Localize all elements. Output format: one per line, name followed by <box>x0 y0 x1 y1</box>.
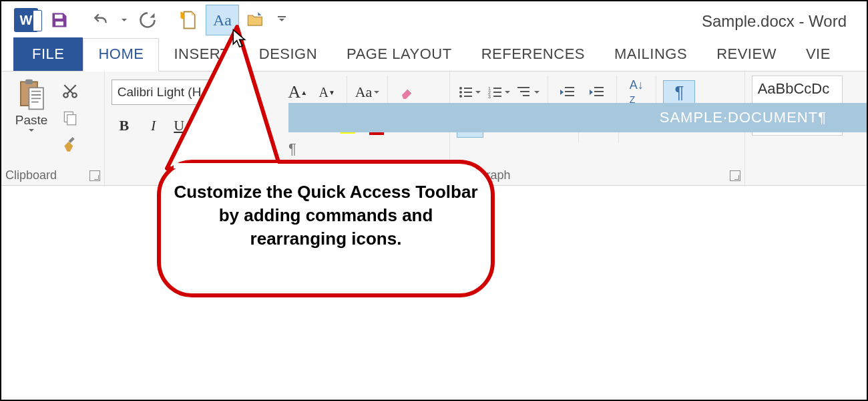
change-case-qat-button[interactable]: Aa <box>206 5 239 35</box>
svg-point-9 <box>459 87 462 90</box>
word-app-icon[interactable] <box>9 5 43 35</box>
paragraph-dialog-launcher[interactable] <box>730 170 740 181</box>
sort-icon: A↓Z <box>630 78 644 106</box>
svg-rect-7 <box>67 115 76 125</box>
window-title: Sample.docx - Word <box>702 12 847 31</box>
text-cursor <box>286 182 287 210</box>
svg-point-11 <box>459 91 462 94</box>
strikethrough-button[interactable]: abc <box>200 114 225 137</box>
increase-indent-icon <box>589 86 605 99</box>
chevron-down-icon <box>122 19 127 24</box>
repeat-button[interactable] <box>131 5 164 35</box>
multilevel-list-button[interactable] <box>515 81 541 104</box>
sort-button[interactable]: A↓Z <box>624 81 649 104</box>
italic-button[interactable]: I <box>141 114 166 137</box>
tab-page-layout[interactable]: PAGE LAYOUT <box>332 39 467 71</box>
save-button[interactable] <box>43 5 76 35</box>
new-doc-icon <box>179 10 199 30</box>
tab-file[interactable]: FILE <box>13 37 83 71</box>
number-list-icon: 123 <box>488 86 503 99</box>
svg-rect-16 <box>493 88 501 89</box>
style-sample: AaBbCcDc <box>758 80 837 98</box>
cut-button[interactable] <box>57 80 83 102</box>
svg-rect-26 <box>565 95 574 96</box>
word-window: Aa Sample.docx - Word FILE HOME INSERT D… <box>0 0 868 401</box>
svg-rect-23 <box>523 95 529 96</box>
decrease-indent-button[interactable] <box>555 81 580 104</box>
svg-rect-2 <box>25 80 33 84</box>
subscript-button[interactable]: x2 <box>229 114 254 137</box>
paste-button[interactable]: Paste <box>8 76 55 156</box>
eraser-icon <box>398 84 417 100</box>
paragraph-group-label: Paragraph <box>450 168 744 182</box>
font-name-combo[interactable]: Calibri Light (H <box>112 80 237 105</box>
show-hide-pilcrow-button[interactable]: ¶ <box>663 80 695 104</box>
svg-rect-28 <box>594 91 604 92</box>
undo-dropdown[interactable] <box>118 5 131 35</box>
svg-rect-10 <box>464 88 472 89</box>
format-painter-button[interactable] <box>57 133 83 156</box>
tab-home[interactable]: HOME <box>83 38 159 72</box>
grow-font-button[interactable]: A▲ <box>285 81 310 104</box>
clipboard-dialog-launcher[interactable] <box>89 170 100 181</box>
decrease-indent-icon <box>560 86 576 99</box>
bold-button[interactable]: B <box>112 114 137 137</box>
svg-rect-24 <box>565 87 574 88</box>
pilcrow-icon: ¶ <box>674 82 684 103</box>
heading-bullet-mark <box>277 192 281 196</box>
customize-qat-dropdown[interactable] <box>272 5 291 35</box>
change-case-icon: Aa <box>213 11 232 29</box>
paragraph-mark: ¶ <box>288 140 296 158</box>
svg-rect-20 <box>493 96 501 97</box>
svg-rect-18 <box>493 92 501 93</box>
change-case-button[interactable]: Aa <box>354 81 381 104</box>
undo-button[interactable] <box>84 5 118 35</box>
open-button[interactable] <box>239 5 272 35</box>
svg-rect-14 <box>464 96 472 97</box>
group-clipboard: Paste Clipboard <box>1 72 105 185</box>
numbering-button[interactable]: 123 <box>486 81 511 104</box>
svg-rect-12 <box>464 92 472 93</box>
svg-rect-29 <box>594 95 604 96</box>
svg-rect-22 <box>520 91 529 92</box>
svg-rect-21 <box>517 87 529 88</box>
underline-button[interactable]: U <box>170 114 196 137</box>
svg-point-13 <box>459 95 462 98</box>
svg-rect-25 <box>565 91 574 92</box>
customize-icon <box>278 16 286 24</box>
tab-view[interactable]: VIE <box>791 39 845 71</box>
svg-rect-8 <box>69 137 75 143</box>
save-icon <box>50 11 69 29</box>
ribbon-tabs: FILE HOME INSERT DESIGN PAGE LAYOUT REFE… <box>1 39 867 72</box>
bullets-button[interactable] <box>457 81 482 104</box>
clipboard-group-label: Clipboard <box>1 168 104 182</box>
svg-rect-0 <box>59 15 61 18</box>
svg-rect-27 <box>594 87 604 88</box>
chevron-down-icon <box>29 129 34 134</box>
bullet-list-icon <box>459 86 473 99</box>
new-document-button[interactable] <box>172 5 206 35</box>
tab-design[interactable]: DESIGN <box>244 39 332 71</box>
shrink-font-button[interactable]: A▼ <box>314 81 340 104</box>
scissors-icon <box>61 82 79 100</box>
tab-insert[interactable]: INSERT <box>159 39 244 71</box>
increase-indent-button[interactable] <box>584 81 610 104</box>
multilevel-list-icon <box>517 86 532 99</box>
document-heading[interactable]: Section·1¶ <box>288 180 401 209</box>
copy-button[interactable] <box>57 106 83 129</box>
word-logo-icon <box>14 8 38 32</box>
clipboard-paste-icon <box>17 78 46 112</box>
tab-mailings[interactable]: MAILINGS <box>600 39 702 71</box>
clear-formatting-button[interactable] <box>395 81 420 104</box>
tab-review[interactable]: REVIEW <box>702 39 791 71</box>
paste-label: Paste <box>15 113 48 128</box>
paintbrush-icon <box>61 136 79 153</box>
copy-icon <box>61 109 79 126</box>
tab-references[interactable]: REFERENCES <box>467 39 600 71</box>
folder-open-icon <box>245 11 266 29</box>
redo-icon <box>138 11 157 29</box>
document-title-band: SAMPLE·DOCUMENT¶ <box>288 103 867 132</box>
undo-icon <box>91 11 111 29</box>
svg-text:3: 3 <box>488 94 491 99</box>
